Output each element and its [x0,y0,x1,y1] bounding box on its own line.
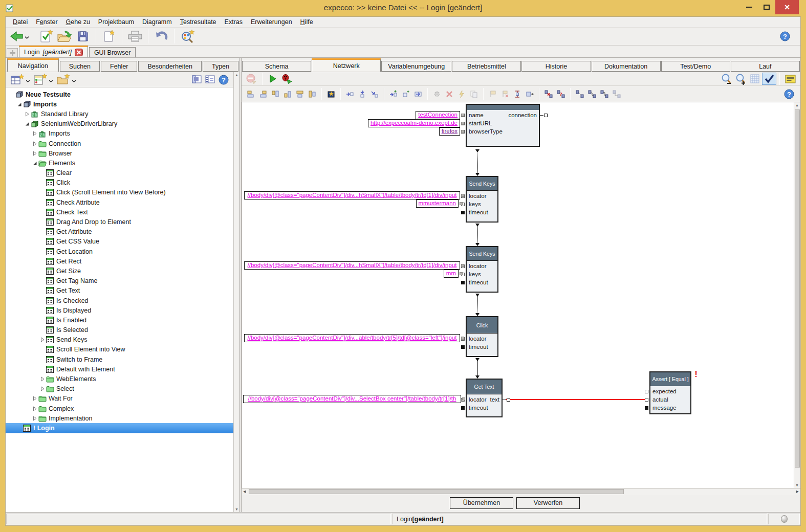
tab-netzwerk[interactable]: Netzwerk [312,58,381,72]
move-pin-left-button[interactable] [344,88,356,100]
tab-test-demo[interactable]: Test/Demo [661,61,730,72]
tree-item-check-attribute[interactable]: Check Attribute [6,197,233,207]
expander-closed-icon[interactable] [32,151,38,156]
assert-equal-block[interactable]: Assert [ Equal ]expectedactualmessage! [649,371,691,414]
menu-testresultate[interactable]: Testresultate [176,17,221,27]
align-bottom-button[interactable] [281,88,294,100]
menu-gehe-zu[interactable]: Gehe zu [62,17,94,27]
align-left-button[interactable] [245,88,257,100]
send-keys-block-1[interactable]: Send Keyslocatorkeystimeout [466,176,498,223]
select-mode-toggle[interactable] [762,73,776,85]
run-button[interactable] [266,73,280,85]
menu-diagramm[interactable]: Diagramm [138,17,176,27]
add-input-pin-button[interactable] [387,88,400,100]
tree-item-get-size[interactable]: Get Size [6,266,233,276]
tree-item-switch-to-frame[interactable]: Switch to Frame [6,354,233,364]
tree-item-select[interactable]: Select [6,384,233,394]
help-button[interactable]: ? [776,29,794,44]
insert-element-button[interactable] [325,88,337,100]
value-label[interactable]: //body/div[@class="pageContentDiv"]/div.… [244,261,460,270]
align-center-v-button[interactable] [306,88,318,100]
move-pin-down-button[interactable] [356,88,368,100]
tab-gui-browser[interactable]: GUI Browser [89,47,136,57]
tree-item-is-displayed[interactable]: Is Displayed [6,305,233,315]
save-button[interactable] [74,29,92,44]
expander-closed-icon[interactable] [32,396,38,401]
apply-button[interactable]: Übernehmen [450,497,513,509]
stop-button[interactable] [245,73,259,85]
get-text-block[interactable]: Get Textlocatortexttimeout [466,379,503,417]
tree-item-seleniumwebdriverlibrary[interactable]: SeleniumWebDriverLibrary [6,119,233,129]
value-label[interactable]: testConnection [416,111,460,119]
input-pin-timeout[interactable] [461,345,465,349]
undo-button[interactable] [152,29,170,44]
tree-item-click[interactable]: Click [6,178,233,188]
tree-item-connection[interactable]: Connection [6,139,233,148]
tree-item-elements[interactable]: Elements [6,158,233,168]
tab-typen[interactable]: Typen [203,61,238,72]
expander-open-icon[interactable] [25,121,31,126]
query-connection-button[interactable]: ? [555,88,567,100]
tab-lauf[interactable]: Lauf [731,61,800,72]
discard-button[interactable]: Verwerfen [516,497,580,509]
tree-item-get-attribute[interactable]: Get Attribute [6,227,233,237]
split-view-toggle[interactable] [204,73,217,86]
tab-suchen[interactable]: Suchen [60,61,100,72]
close-button[interactable]: ✕ [775,0,799,14]
align-center-h-button[interactable] [294,88,306,100]
menu-datei[interactable]: Datei [9,17,32,27]
tab-historie[interactable]: Historie [521,61,591,72]
input-pin-expected[interactable] [645,390,648,393]
input-pin-message[interactable] [645,406,648,410]
expander-closed-icon[interactable] [25,112,31,117]
input-pin-actual[interactable] [645,398,648,402]
break-connection-button[interactable] [542,88,555,100]
accept-button[interactable] [37,29,55,44]
tab-fehler[interactable]: Fehler [101,61,137,72]
connector-orthogonal-button[interactable] [598,88,611,100]
notes-button[interactable] [783,73,797,85]
maximize-button[interactable] [758,0,775,14]
tree-item-is-enabled[interactable]: Is Enabled [6,315,233,325]
tab-schema[interactable]: Schema [242,61,311,72]
input-pin-timeout[interactable] [461,281,465,284]
tree-item-get-rect[interactable]: Get Rect [6,256,233,266]
tab-betriebsmittel[interactable]: Betriebsmittel [452,61,521,72]
output-pin-text[interactable] [507,398,510,402]
align-top-button[interactable] [269,88,281,100]
distribute-vertical-button[interactable] [511,88,524,100]
close-tab-icon[interactable] [75,49,83,56]
tree-item-get-tag-name[interactable]: Get Tag Name [6,276,233,286]
forward-connection-button[interactable] [412,88,424,100]
canvas-vscrollbar[interactable]: ▲▼ [794,102,800,488]
tab-dokumentation[interactable]: Dokumentation [592,61,661,72]
tree-item-webelements[interactable]: WebElements [6,374,233,384]
new-folder-menu[interactable] [55,73,78,86]
tree-item-get-css-value[interactable]: Get CSS Value [6,237,233,247]
tree-item-login[interactable]: ! Login [6,423,233,433]
value-label[interactable]: http://expeccoalm-demo.exept.de [368,119,460,127]
tree-item-implementation[interactable]: Implementation [6,413,233,423]
input-pin-timeout[interactable] [461,211,465,214]
print-button[interactable] [126,29,144,44]
value-label[interactable]: firefox [439,127,460,136]
click-block[interactable]: Clicklocatortimeout [466,316,498,357]
add-tab-button[interactable] [7,48,18,57]
tree-item-is-selected[interactable]: Is Selected [6,325,233,335]
menu-projektbaum[interactable]: Projektbaum [94,17,138,27]
menu-extras[interactable]: Extras [221,17,247,27]
hscroll-thumb[interactable] [249,489,624,494]
tree-item-imports[interactable]: Imports [6,99,233,109]
new-action-menu[interactable] [32,73,55,86]
new-element-menu[interactable] [9,73,32,86]
input-pin-timeout[interactable] [461,406,465,410]
value-label[interactable]: //body/div[@class="pageContentDiv"]/div.… [243,395,461,403]
tree-item-get-text[interactable]: Get Text [6,286,233,296]
tree-item-imports[interactable]: Imports [6,129,233,139]
tree-item-default-with-element[interactable]: Default with Element [6,364,233,374]
tree-item-scroll-element-into-view[interactable]: Scroll Element into View [6,345,233,354]
expander-closed-icon[interactable] [32,131,38,136]
tree-item-is-checked[interactable]: Is Checked [6,296,233,305]
value-label[interactable]: //body/div[@class="pageContentDiv"]/div.… [244,191,460,199]
tree-item-complex[interactable]: Complex [6,404,233,413]
